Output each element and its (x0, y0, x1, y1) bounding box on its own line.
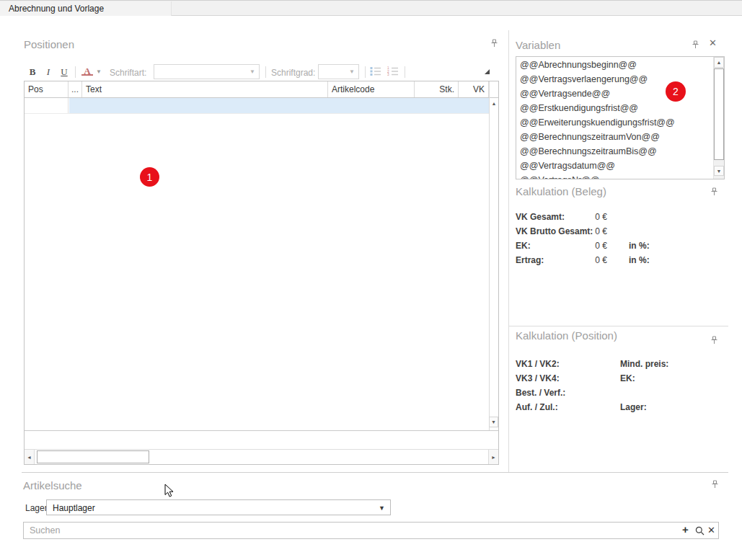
hscrollbar-thumb[interactable] (37, 450, 149, 463)
scrollbar-thumb[interactable] (714, 68, 724, 160)
beleg-row-value: 0 € (555, 241, 607, 251)
selected-row[interactable] (69, 98, 489, 113)
position-row-label: VK1 / VK2: (516, 359, 560, 369)
section-divider (508, 326, 728, 326)
list-item[interactable]: @@BerechnungszeitraumBis@@ (516, 144, 724, 159)
beleg-row-label: Ertrag: (516, 255, 544, 265)
position-row-label: Best. / Verf.: (516, 388, 565, 398)
font-name-select[interactable]: ▼ (154, 64, 260, 79)
column-header-stk[interactable]: Stk. (415, 81, 459, 97)
font-color-button[interactable]: A (81, 66, 93, 76)
list-item[interactable]: @@BerechnungszeitraumVon@@ (516, 130, 724, 144)
clear-icon[interactable]: ✕ (707, 525, 715, 535)
pin-icon[interactable] (710, 336, 718, 345)
positions-grid: Pos ... Text Artikelcode Stk. VK ▲ ▼ ◄ ► (24, 81, 499, 465)
list-item[interactable]: @@Erweiterungskuendigungsfrist@@ (516, 115, 724, 130)
column-header-text[interactable]: Text (82, 81, 328, 97)
scroll-down-button[interactable]: ▼ (714, 166, 724, 176)
position-row-label: Auf. / Zul.: (516, 402, 558, 412)
chevron-down-icon: ▼ (379, 505, 385, 512)
annotation-marker-2: 2 (666, 81, 686, 102)
bullet-list-icon[interactable] (370, 66, 381, 76)
chevron-down-icon[interactable]: ▼ (96, 69, 102, 75)
pin-icon[interactable] (692, 40, 699, 49)
lager-select[interactable]: Hauptlager ▼ (46, 499, 391, 515)
add-icon[interactable]: + (682, 524, 689, 535)
kalkulation-beleg-title: Kalkulation (Beleg) (516, 185, 606, 197)
beleg-row-extra: in %: (629, 255, 650, 265)
column-header-vk[interactable]: VK (459, 81, 489, 97)
scroll-left-button[interactable]: ◄ (25, 450, 35, 464)
list-item[interactable]: @@Erstkuendigungsfrist@@ (516, 101, 724, 115)
pin-icon[interactable] (710, 187, 718, 196)
variables-list: @@Abrechnungsbeginn@@ @@Vertragsverlaeng… (516, 56, 725, 179)
toolbar-separator (265, 66, 266, 78)
pin-icon[interactable] (711, 480, 719, 489)
toolbar-overflow-icon[interactable] (485, 69, 490, 74)
position-row-label: EK: (620, 373, 635, 383)
beleg-row-extra: in %: (629, 241, 650, 251)
row-indicator-cell[interactable] (25, 98, 69, 113)
beleg-row-value: 0 € (555, 255, 607, 265)
scroll-up-button[interactable]: ▲ (490, 98, 498, 108)
position-row-label: Mind. preis: (620, 359, 668, 369)
list-item[interactable]: @@VertragsNr@@ (516, 173, 724, 179)
lager-selected-value: Hauptlager (47, 500, 390, 516)
hscrollbar-top-border (25, 449, 498, 450)
mouse-cursor (164, 484, 174, 497)
close-icon[interactable]: ✕ (709, 38, 717, 48)
variables-scrollbar[interactable]: ▲ ▼ (713, 57, 724, 179)
app-window: Abrechnung und Vorlage Positionen B I U … (0, 0, 742, 560)
row-divider (25, 113, 489, 114)
bold-button[interactable]: B (27, 66, 38, 78)
tab-abrechnung-und-vorlage[interactable]: Abrechnung und Vorlage (0, 1, 172, 16)
beleg-row-label: EK: (516, 241, 531, 251)
position-row-label: VK3 / VK4: (516, 373, 560, 383)
column-header-artikelcode[interactable]: Artikelcode (328, 81, 415, 97)
list-item[interactable]: @@Vertragsdatum@@ (516, 159, 724, 173)
italic-button[interactable]: I (44, 66, 53, 78)
search-input[interactable] (23, 522, 719, 539)
scrollbar-divider (489, 81, 490, 430)
underline-button[interactable]: U (58, 66, 70, 78)
beleg-row-value: 0 € (555, 212, 607, 222)
list-item[interactable]: @@Vertragsende@@ (516, 86, 724, 101)
toolbar-separator (75, 66, 76, 78)
font-name-label: Schriftart: (110, 68, 146, 78)
font-size-select[interactable]: ▼ (318, 64, 359, 79)
toolbar-separator (365, 66, 366, 78)
tab-bar: Abrechnung und Vorlage (0, 0, 742, 16)
toolbar-separator (405, 66, 405, 78)
column-header-dots[interactable]: ... (69, 81, 82, 97)
list-item[interactable]: @@Abrechnungsbeginn@@ (516, 58, 724, 72)
scroll-down-button[interactable]: ▼ (489, 417, 498, 427)
list-item[interactable]: @@Vertragsverlaengerung@@ (516, 72, 724, 86)
scroll-up-button[interactable]: ▲ (714, 57, 724, 68)
annotation-marker-1: 1 (140, 167, 159, 187)
scroll-right-button[interactable]: ► (488, 450, 498, 464)
kalkulation-position-title: Kalkulation (Position) (516, 329, 617, 342)
artikelsuche-panel-title: Artikelsuche (23, 479, 82, 492)
variablen-panel-title: Variablen (516, 39, 560, 51)
search-icon[interactable] (695, 526, 705, 535)
section-divider (22, 472, 728, 473)
column-header-pos[interactable]: Pos (25, 81, 69, 97)
font-size-label: Schriftgrad: (271, 68, 315, 78)
pin-icon[interactable] (490, 39, 498, 48)
table-bottom-border (25, 430, 498, 431)
svg-text:3: 3 (387, 73, 389, 76)
beleg-row-value: 0 € (555, 226, 607, 236)
panel-divider (508, 30, 509, 472)
positionen-panel-title: Positionen (24, 38, 74, 50)
numbered-list-icon[interactable]: 1 2 3 (387, 66, 399, 76)
position-row-label: Lager: (620, 402, 647, 412)
